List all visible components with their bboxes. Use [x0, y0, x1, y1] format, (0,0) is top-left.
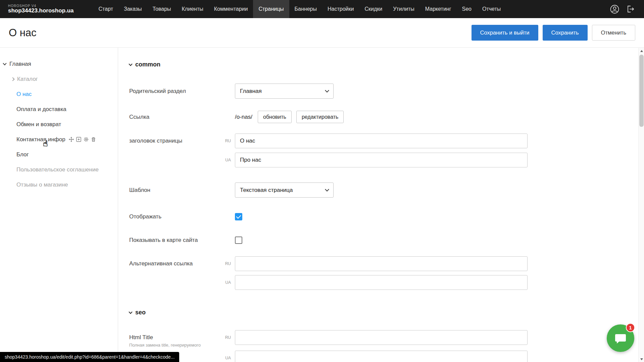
add-icon[interactable] — [76, 137, 81, 142]
tree-item-label: Оплата и доставка — [16, 106, 66, 113]
link-refresh-button[interactable]: обновить — [258, 111, 292, 123]
tree-item-label: Блог — [16, 151, 29, 158]
scroll-down-arrow[interactable] — [639, 356, 644, 362]
parent-section-label: Родительский раздел — [129, 88, 221, 95]
sitemap-label: Показывать в карте сайта — [129, 237, 221, 244]
alt-link-ua-input[interactable] — [235, 275, 528, 290]
tree-item-label: Отзывы о магазине — [16, 182, 68, 188]
tree-item-otzyvy-o-magazine[interactable]: Отзывы о магазине — [0, 177, 118, 192]
settings-icon[interactable] — [84, 137, 89, 142]
alt-link-ua-row: UA — [129, 275, 644, 290]
tree-item-label: О нас — [16, 91, 32, 98]
chat-widget-button[interactable]: 1 — [607, 324, 634, 352]
section-common-header[interactable]: common — [129, 61, 644, 68]
chevron-down-icon — [129, 62, 132, 66]
alt-link-ru-row: Альтернативная ссылка RU — [129, 256, 644, 271]
nav-seo[interactable]: Seo — [457, 0, 477, 18]
top-navbar: HOROSHOP V4 shop34423.horoshop.ua Старт … — [0, 0, 644, 18]
statusbar-url: shop34423.horoshop.ua/edit/edit.php?id=6… — [0, 352, 179, 362]
tree-item-katalog[interactable]: Каталог — [0, 71, 118, 87]
parent-section-row: Родительский раздел Главная — [129, 84, 644, 99]
page-title-ru-row: заголовок страницы RU — [129, 133, 644, 148]
nav-pages[interactable]: Страницы — [253, 0, 289, 18]
display-label: Отображать — [129, 213, 221, 220]
lang-badge-ru: RU — [221, 330, 235, 345]
nav-marketing[interactable]: Маркетинг — [420, 0, 457, 18]
lang-badge-ru: RU — [221, 261, 235, 266]
display-checkbox[interactable] — [235, 213, 242, 220]
save-button[interactable]: Сохранить — [543, 25, 588, 41]
brand-logo[interactable]: HOROSHOP V4 shop34423.horoshop.ua — [8, 4, 74, 14]
tree-item-glavnaya[interactable]: Главная — [0, 56, 118, 71]
chevron-right-icon[interactable] — [11, 77, 14, 81]
nav-products[interactable]: Товары — [147, 0, 177, 18]
brand-domain: shop34423.horoshop.ua — [8, 8, 74, 14]
delete-icon[interactable] — [91, 137, 96, 142]
link-path-value: /o-nas/ — [235, 114, 252, 120]
nav-utilities[interactable]: Утилиты — [388, 0, 420, 18]
tree-item-kontaktnaya-infor[interactable]: Контактная инфор — [0, 132, 118, 147]
template-label: Шаблон — [129, 187, 221, 194]
alt-link-label: Альтернативная ссылка — [129, 260, 221, 267]
logout-icon[interactable] — [626, 4, 635, 14]
section-title: common — [135, 61, 160, 68]
account-icon[interactable] — [610, 4, 619, 14]
tree-item-obmen-i-vozvrat[interactable]: Обмен и возврат — [0, 117, 118, 132]
template-value: Текстовая страница — [240, 187, 293, 194]
tree-item-blog[interactable]: Блог — [0, 147, 118, 162]
nav-comments[interactable]: Комментарии — [209, 0, 253, 18]
tree-item-label: Контактная инфор — [16, 136, 65, 143]
tree-item-label: Пользовательское соглашение — [16, 166, 99, 173]
nav-start[interactable]: Старт — [93, 0, 118, 18]
lang-badge-ua: UA — [221, 280, 235, 285]
sitemap-checkbox[interactable] — [235, 237, 242, 244]
nav-orders[interactable]: Заказы — [118, 0, 147, 18]
html-title-hint: Полная замена title, генерируемого — [129, 343, 221, 348]
nav-reports[interactable]: Отчеты — [477, 0, 506, 18]
vertical-scrollbar[interactable] — [638, 48, 644, 362]
chevron-down-icon — [129, 310, 132, 314]
save-and-exit-button[interactable]: Сохранить и выйти — [472, 25, 538, 41]
link-edit-button[interactable]: редактировать — [296, 111, 344, 123]
html-title-ru-input[interactable] — [235, 330, 528, 345]
tree-item-oplata-i-dostavka[interactable]: Оплата и доставка — [0, 102, 118, 117]
html-title-ua-input[interactable] — [235, 351, 528, 362]
tree-item-label: Главная — [9, 61, 31, 67]
tree-item-label: Каталог — [17, 76, 38, 83]
scroll-up-arrow[interactable] — [639, 48, 644, 54]
html-title-label: Html Title — [129, 330, 221, 342]
html-title-label-block: Html Title Полная замена title, генериру… — [129, 330, 221, 348]
pages-tree-sidebar: Главная Каталог О нас Оплата и доставка … — [0, 48, 118, 362]
html-title-ua-row: UA — [129, 350, 644, 362]
link-label: Ссылка — [129, 114, 221, 120]
template-row: Шаблон Текстовая страница — [129, 183, 644, 198]
chevron-down-icon[interactable] — [3, 61, 6, 65]
page-title-ru-input[interactable] — [235, 134, 528, 148]
page-title: О нас — [9, 27, 37, 39]
parent-section-value: Главная — [240, 88, 262, 95]
page-title-ua-input[interactable] — [235, 153, 528, 167]
chat-unread-badge: 1 — [626, 323, 635, 332]
section-title: seo — [135, 309, 146, 316]
scrollbar-thumb[interactable] — [639, 55, 644, 127]
template-select[interactable]: Текстовая страница — [235, 183, 334, 198]
cancel-button[interactable]: Отменить — [592, 25, 635, 41]
move-icon[interactable] — [69, 137, 74, 142]
tree-item-polzovatelskoe-soglashenie[interactable]: Пользовательское соглашение — [0, 162, 118, 177]
chat-bubble-icon — [614, 331, 627, 345]
nav-settings[interactable]: Настройки — [322, 0, 359, 18]
alt-link-ru-input[interactable] — [235, 256, 528, 271]
display-row: Отображать — [129, 209, 644, 224]
tree-item-o-nas[interactable]: О нас — [0, 87, 118, 102]
nav-discounts[interactable]: Скидки — [359, 0, 388, 18]
section-seo-header[interactable]: seo — [129, 309, 644, 316]
lang-badge-ua: UA — [221, 356, 235, 360]
page-title-label: заголовок страницы — [129, 138, 221, 144]
tree-item-label: Обмен и возврат — [16, 121, 61, 128]
nav-banners[interactable]: Баннеры — [289, 0, 322, 18]
app-window: HOROSHOP V4 shop34423.horoshop.ua Старт … — [0, 0, 644, 362]
nav-clients[interactable]: Клиенты — [177, 0, 209, 18]
parent-section-select[interactable]: Главная — [235, 84, 334, 99]
html-title-ru-row: Html Title Полная замена title, генериру… — [129, 330, 644, 348]
chevron-down-icon — [325, 187, 329, 192]
